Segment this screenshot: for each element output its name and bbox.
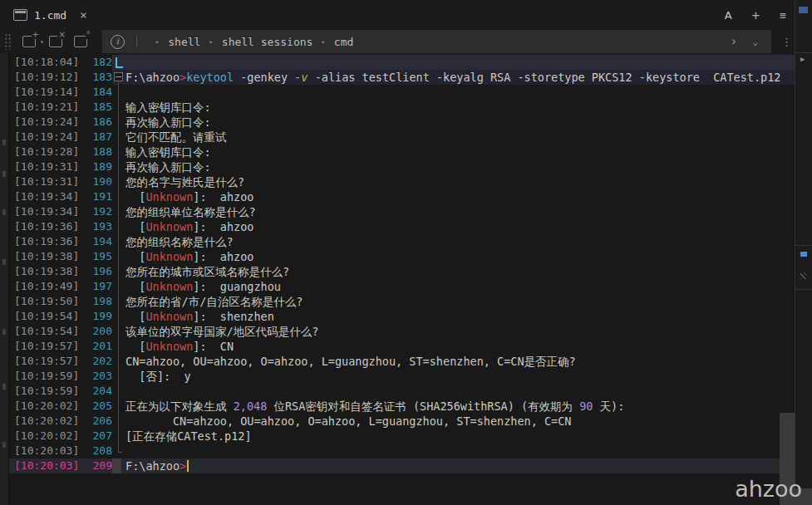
terminal-text: 再次输入新口令: bbox=[125, 115, 795, 130]
line-number: 199 bbox=[87, 309, 112, 324]
timestamp: [10:19:14] bbox=[9, 85, 87, 100]
terminal-lines: [10:18:04]182[10:19:12]183F:\ahzoo>keyto… bbox=[9, 53, 795, 505]
line-number: 183 bbox=[87, 70, 112, 85]
font-button[interactable]: A bbox=[725, 9, 732, 22]
fold-gutter bbox=[112, 115, 125, 130]
fold-gutter bbox=[112, 234, 125, 249]
fold-gutter bbox=[112, 414, 125, 429]
line-number: 197 bbox=[87, 279, 112, 294]
terminal-text: 您的组织单位名称是什么? bbox=[125, 204, 795, 219]
collapse-icon[interactable]: ⌄ bbox=[752, 37, 758, 47]
line-number: 198 bbox=[87, 294, 112, 309]
fold-gutter bbox=[112, 85, 125, 100]
terminal-text: 您所在的城市或区域名称是什么? bbox=[125, 264, 795, 279]
sidebar-fragment bbox=[2, 384, 6, 390]
terminal-text: 输入密钥库口令: bbox=[125, 145, 795, 159]
expand-panel-icon[interactable]: ▶ bbox=[800, 55, 805, 63]
timestamp: [10:19:38] bbox=[9, 264, 87, 279]
terminal-text: CN=ahzoo, OU=ahzoo, O=ahzoo, L=guangzhou… bbox=[125, 414, 795, 429]
tab-close-icon[interactable]: × bbox=[80, 8, 86, 22]
edit-marker-icon[interactable] bbox=[800, 272, 807, 279]
breadcrumb-item-shell[interactable]: shell bbox=[168, 36, 200, 48]
timestamp: [10:19:36] bbox=[9, 219, 87, 234]
terminal-line: [10:19:59]204 bbox=[9, 384, 795, 399]
fold-gutter bbox=[112, 429, 125, 444]
sidebar-fragment bbox=[2, 171, 6, 177]
terminal-text: 您的名字与姓氏是什么? bbox=[125, 174, 795, 189]
new-session-button[interactable]: + bbox=[752, 7, 760, 23]
terminal-text bbox=[125, 384, 795, 399]
timestamp: [10:19:59] bbox=[9, 384, 87, 399]
fold-gutter bbox=[112, 444, 125, 458]
sidebar-fragment bbox=[2, 442, 6, 448]
chevron-down-icon[interactable]: ▾ bbox=[40, 38, 44, 46]
terminal-line: [10:19:57]201 [Unknown]: CN bbox=[9, 339, 795, 354]
menu-icon[interactable]: ≡ bbox=[780, 9, 787, 22]
terminal-text: 它们不匹配。请重试 bbox=[125, 130, 795, 145]
detach-tab-button[interactable]: ° bbox=[74, 36, 87, 47]
sidebar-fragment bbox=[2, 140, 6, 145]
sidebar-fragment bbox=[2, 209, 6, 215]
line-number: 206 bbox=[87, 414, 112, 429]
timestamp: [10:19:57] bbox=[9, 354, 87, 369]
breadcrumb: i ▸ shell ▸ shell sessions ▸ cmd › ⌄ bbox=[102, 30, 771, 53]
terminal-line: [10:19:50]198您所在的省/市/自治区名称是什么? bbox=[9, 294, 795, 309]
timestamp: [10:20:02] bbox=[9, 414, 87, 429]
watermark: ahzoo bbox=[735, 476, 802, 502]
timestamp: [10:19:24] bbox=[9, 130, 87, 145]
timestamp: [10:19:49] bbox=[9, 279, 87, 294]
sidebar-fragment bbox=[2, 329, 6, 335]
terminal-text: [否]: y bbox=[125, 369, 795, 384]
breadcrumb-item-cmd[interactable]: cmd bbox=[334, 36, 353, 48]
terminal-line: [10:19:34]191 [Unknown]: ahzoo bbox=[9, 189, 795, 204]
terminal-text: F:\ahzoo> bbox=[125, 458, 795, 473]
collapsed-sidebar[interactable] bbox=[0, 53, 9, 505]
drag-handle-icon[interactable] bbox=[4, 33, 12, 50]
timestamp: [10:18:04] bbox=[9, 55, 87, 70]
timestamp: [10:19:31] bbox=[9, 174, 87, 189]
tab-cmd[interactable]: 1.cmd × bbox=[0, 0, 96, 30]
line-number: 203 bbox=[87, 369, 112, 384]
terminal-line: [10:19:54]199 [Unknown]: shenzhen bbox=[9, 309, 795, 324]
line-number: 182 bbox=[87, 55, 112, 70]
fold-gutter bbox=[112, 324, 125, 339]
terminal-text bbox=[125, 85, 795, 100]
more-options-icon[interactable]: ⋮ bbox=[781, 36, 792, 48]
fold-gutter bbox=[112, 399, 125, 414]
terminal-panel: [10:18:04]182[10:19:12]183F:\ahzoo>keyto… bbox=[0, 53, 795, 505]
fold-gutter bbox=[112, 100, 125, 115]
window-badge bbox=[799, 7, 808, 13]
scroll-marker-icon[interactable] bbox=[800, 252, 807, 257]
terminal-text: [Unknown]: CN bbox=[125, 339, 795, 354]
info-icon[interactable]: i bbox=[111, 35, 125, 49]
timestamp: [10:19:34] bbox=[9, 189, 87, 204]
timestamp: [10:19:59] bbox=[9, 369, 87, 384]
terminal-line: [10:19:14]184 bbox=[9, 85, 795, 100]
terminal-text: [Unknown]: ahzoo bbox=[125, 249, 795, 264]
fold-gutter bbox=[112, 249, 125, 264]
run-icon[interactable]: › bbox=[730, 34, 737, 49]
timestamp: [10:19:24] bbox=[9, 115, 87, 130]
terminal-text: 您所在的省/市/自治区名称是什么? bbox=[125, 294, 795, 309]
fold-gutter bbox=[112, 145, 125, 159]
terminal-line: [10:19:36]193 [Unknown]: ahzoo bbox=[9, 219, 795, 234]
breadcrumb-item-shell-sessions[interactable]: shell sessions bbox=[222, 36, 313, 48]
fold-collapse-button[interactable] bbox=[112, 70, 125, 85]
terminal-text: [Unknown]: ahzoo bbox=[125, 189, 795, 204]
fold-gutter bbox=[112, 309, 125, 324]
terminal-line: [10:20:02]205正在为以下对象生成 2,048 位RSA密钥对和自签名… bbox=[9, 399, 795, 414]
timestamp: [10:19:34] bbox=[9, 204, 87, 219]
terminal-line: [10:20:02]206 CN=ahzoo, OU=ahzoo, O=ahzo… bbox=[9, 414, 795, 429]
fold-gutter bbox=[112, 55, 125, 70]
terminal-line: [10:19:49]197 [Unknown]: guangzhou bbox=[9, 279, 795, 294]
chevron-right-icon: ▸ bbox=[155, 37, 160, 46]
close-tab-button[interactable]: × bbox=[49, 36, 62, 47]
terminal-text: [正在存储CATest.p12] bbox=[125, 429, 795, 444]
line-number: 201 bbox=[87, 339, 112, 354]
new-tab-button[interactable]: + bbox=[22, 36, 36, 47]
fold-gutter bbox=[112, 354, 125, 369]
sidebar-fragment bbox=[2, 259, 6, 265]
terminal-text bbox=[125, 444, 795, 458]
divider bbox=[136, 36, 137, 47]
terminal-text: 输入密钥库口令: bbox=[125, 100, 795, 115]
